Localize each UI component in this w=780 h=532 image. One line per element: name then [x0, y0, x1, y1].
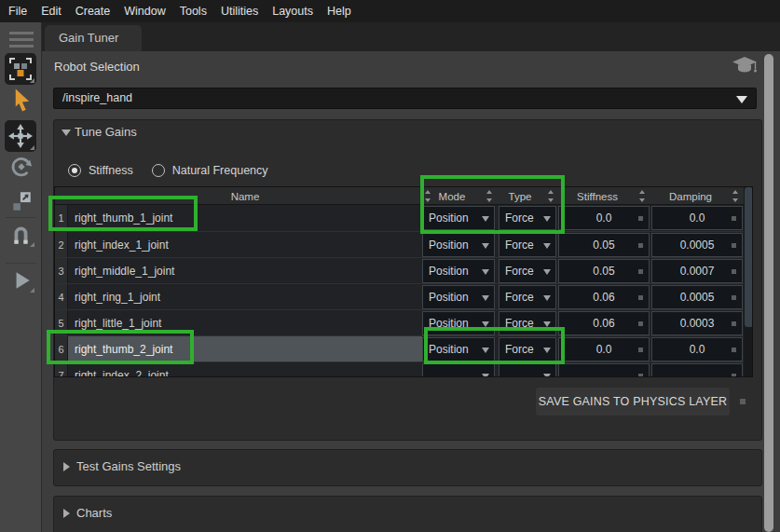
- select-tool-icon[interactable]: [5, 53, 36, 85]
- menu-item-layouts[interactable]: Layouts: [272, 5, 313, 18]
- mode-dropdown[interactable]: Position: [422, 259, 495, 283]
- drag-handle[interactable]: [732, 374, 736, 377]
- menu-item-utilities[interactable]: Utilities: [221, 5, 258, 18]
- charts-title[interactable]: Charts: [76, 506, 112, 520]
- mode-dropdown[interactable]: Position: [422, 206, 495, 230]
- tune-gains-title[interactable]: Tune Gains: [75, 125, 137, 139]
- column-header-name[interactable]: Name: [68, 187, 422, 205]
- table-row[interactable]: 2right_index_1_jointPositionForce0.050.0…: [55, 231, 752, 257]
- type-dropdown[interactable]: Force: [499, 259, 556, 283]
- menu-item-tools[interactable]: Tools: [180, 5, 207, 18]
- table-scrollbar-thumb[interactable]: [745, 187, 753, 327]
- drag-handle[interactable]: [732, 269, 736, 274]
- joint-name-cell[interactable]: right_index_2_joint: [68, 362, 422, 377]
- stiffness-field[interactable]: [558, 363, 650, 377]
- joint-name-cell[interactable]: right_index_1_joint: [68, 232, 422, 258]
- save-gains-button[interactable]: SAVE GAINS TO PHYSICS LAYER: [536, 388, 730, 416]
- charts-section[interactable]: [53, 496, 762, 532]
- table-row[interactable]: 4right_ring_1_jointPositionForce0.060.00…: [55, 283, 752, 309]
- expand-triangle-icon[interactable]: [63, 462, 70, 471]
- drag-handle[interactable]: [732, 348, 736, 352]
- cursor-tool-icon[interactable]: [0, 87, 42, 115]
- menu-item-file[interactable]: File: [8, 5, 27, 18]
- damping-field[interactable]: 0.0007: [651, 259, 743, 283]
- table-row[interactable]: 3right_middle_1_jointPositionForce0.050.…: [55, 257, 752, 283]
- sort-chevrons-icon[interactable]: [547, 190, 554, 202]
- damping-field[interactable]: [651, 363, 743, 377]
- stiffness-field[interactable]: 0.06: [558, 311, 650, 335]
- drag-handle[interactable]: [638, 348, 643, 352]
- move-tool-icon[interactable]: [5, 120, 36, 152]
- menu-item-create[interactable]: Create: [75, 5, 111, 18]
- type-dropdown[interactable]: Force: [499, 233, 556, 257]
- play-tool-icon[interactable]: [0, 268, 42, 293]
- table-row[interactable]: 6right_thumb_2_jointPositionForce0.00.0: [55, 335, 752, 361]
- column-header-stiffness[interactable]: Stiffness: [558, 187, 636, 205]
- table-scrollbar-track[interactable]: [744, 187, 753, 377]
- joint-name-cell[interactable]: right_middle_1_joint: [68, 258, 422, 284]
- damping-field[interactable]: 0.0003: [651, 311, 743, 335]
- mode-dropdown[interactable]: Position: [422, 233, 495, 257]
- drag-handle[interactable]: [732, 243, 736, 248]
- mode-dropdown[interactable]: Position: [422, 285, 495, 309]
- sort-chevrons-icon[interactable]: [732, 190, 739, 202]
- test-gains-settings-title[interactable]: Test Gains Settings: [76, 459, 181, 473]
- drag-handle[interactable]: [638, 269, 643, 274]
- damping-field[interactable]: 0.0: [651, 206, 743, 230]
- robot-dropdown[interactable]: /inspire_hand: [53, 88, 757, 109]
- type-dropdown[interactable]: Force: [499, 337, 556, 361]
- mode-dropdown[interactable]: Position: [422, 337, 495, 361]
- stiffness-field[interactable]: 0.06: [558, 285, 650, 309]
- drag-handle[interactable]: [732, 216, 736, 221]
- damping-field[interactable]: 0.0005: [651, 233, 743, 257]
- menu-lines-icon[interactable]: [0, 32, 42, 48]
- joint-name-cell[interactable]: right_thumb_1_joint: [68, 205, 422, 231]
- menu-item-window[interactable]: Window: [124, 5, 165, 18]
- table-row[interactable]: 1right_thumb_1_jointPositionForce0.00.0: [55, 205, 752, 231]
- radio-stiffness[interactable]: Stiffness: [68, 164, 133, 177]
- drag-handle[interactable]: [638, 243, 643, 248]
- table-header: Name Mode Type Stiffness Damping: [55, 187, 752, 205]
- collapse-triangle-icon[interactable]: [62, 130, 71, 136]
- tutorial-cap-icon[interactable]: [732, 55, 759, 81]
- type-dropdown[interactable]: Force: [499, 285, 556, 309]
- type-dropdown[interactable]: Force: [499, 206, 556, 230]
- panel-scrollbar[interactable]: [764, 54, 773, 532]
- menu-item-edit[interactable]: Edit: [41, 5, 62, 18]
- joint-name-cell[interactable]: right_ring_1_joint: [68, 284, 422, 310]
- stiffness-field[interactable]: 0.05: [558, 259, 650, 283]
- tab-gain-tuner[interactable]: Gain Tuner: [45, 25, 142, 51]
- chevron-down-icon: [543, 295, 551, 301]
- drag-handle[interactable]: [638, 321, 643, 326]
- stiffness-field[interactable]: 0.05: [558, 233, 650, 257]
- snap-tool-icon[interactable]: [0, 222, 42, 247]
- drag-handle[interactable]: [740, 399, 746, 404]
- radio-natural-frequency[interactable]: Natural Frequency: [152, 164, 268, 177]
- menu-item-help[interactable]: Help: [327, 5, 351, 18]
- expand-triangle-icon[interactable]: [63, 509, 70, 518]
- stiffness-field[interactable]: 0.0: [558, 337, 650, 361]
- drag-handle[interactable]: [732, 295, 736, 300]
- scale-tool-icon[interactable]: [0, 189, 42, 213]
- column-header-damping[interactable]: Damping: [651, 187, 730, 205]
- damping-field[interactable]: 0.0: [651, 337, 743, 361]
- sort-chevrons-icon[interactable]: [638, 190, 646, 202]
- drag-handle[interactable]: [638, 374, 643, 377]
- drag-handle[interactable]: [732, 321, 736, 326]
- joint-name-cell[interactable]: right_little_1_joint: [68, 310, 422, 336]
- damping-field[interactable]: 0.0005: [651, 285, 743, 309]
- rotate-tool-icon[interactable]: [0, 154, 42, 180]
- type-dropdown[interactable]: Force: [499, 311, 556, 335]
- drag-handle[interactable]: [638, 216, 643, 221]
- stiffness-field[interactable]: 0.0: [558, 206, 650, 230]
- sort-chevrons-icon[interactable]: [486, 190, 493, 202]
- joint-name-cell[interactable]: right_thumb_2_joint: [68, 336, 422, 362]
- mode-dropdown[interactable]: Position: [422, 311, 495, 335]
- sort-chevrons-icon[interactable]: [424, 190, 431, 202]
- table-row[interactable]: 5right_little_1_jointPositionForce0.060.…: [55, 309, 752, 335]
- drag-handle[interactable]: [638, 295, 643, 300]
- column-header-type[interactable]: Type: [497, 187, 543, 205]
- type-dropdown[interactable]: [499, 363, 556, 377]
- table-row[interactable]: 7right_index_2_joint: [55, 361, 752, 377]
- mode-dropdown[interactable]: [422, 363, 495, 377]
